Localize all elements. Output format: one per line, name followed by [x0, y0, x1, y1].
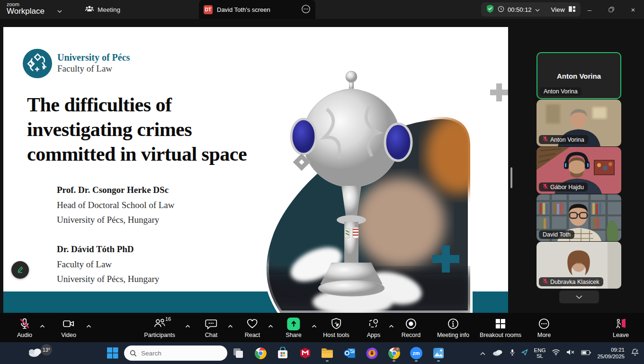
participant-tile[interactable]: Dubravka Klasicek	[537, 242, 621, 289]
running-indicator	[415, 360, 418, 362]
video-options-chevron[interactable]	[86, 321, 91, 330]
avast-browser-icon[interactable]	[365, 345, 379, 361]
volume-muted-icon[interactable]	[566, 349, 575, 357]
chrome-profile-icon[interactable]	[387, 345, 401, 361]
slide-title-line: The difficulties of	[27, 92, 247, 117]
meeting-status-pill: 00:50:12 View	[481, 2, 581, 17]
clock-icon	[498, 6, 504, 14]
author-name: Prof. Dr. Csongor Herke DSc	[57, 182, 175, 198]
chevron-down-icon[interactable]	[57, 7, 63, 15]
language-line2: SL	[534, 353, 546, 359]
notification-bell-dnd-icon[interactable]	[631, 348, 639, 358]
clock-date: 25/09/2025	[597, 353, 625, 360]
pencil-icon	[16, 265, 25, 275]
participants-options-chevron[interactable]	[185, 321, 190, 330]
onedrive-icon[interactable]	[492, 348, 503, 358]
mcafee-icon[interactable]	[298, 345, 312, 361]
tab-options-ellipsis-icon[interactable]	[301, 4, 311, 15]
react-label: React	[245, 332, 260, 338]
tab-meeting[interactable]: Meeting	[80, 0, 125, 19]
timer-chevron-down-icon[interactable]	[535, 6, 540, 13]
participants-count-badge: 16	[165, 316, 171, 322]
author-name: Dr. Dávid Tóth PhD	[57, 242, 159, 257]
zoom-app-icon[interactable]: zm	[409, 345, 423, 361]
task-view-icon[interactable]	[231, 345, 245, 361]
windows-taskbar: 13°	[0, 342, 644, 364]
share-button[interactable]: Share	[286, 317, 301, 338]
university-logo	[23, 49, 52, 78]
chat-options-chevron[interactable]	[228, 321, 233, 330]
participant-name-chip: David Toth	[539, 230, 574, 239]
faculty-name: Faculty of Law	[57, 63, 130, 74]
tray-overflow-chevron[interactable]	[480, 349, 486, 357]
chrome-icon[interactable]	[253, 345, 268, 361]
slide-title-line: committed in virtual space	[27, 142, 247, 166]
audio-button[interactable]: Audio	[17, 317, 32, 338]
apps-icon	[367, 317, 380, 330]
file-explorer-icon[interactable]	[320, 345, 334, 361]
participant-name-chip: Anton Vorina	[540, 87, 581, 96]
photos-app-icon[interactable]	[431, 345, 446, 361]
taskbar-search[interactable]	[124, 346, 227, 361]
chat-button[interactable]: Chat	[205, 317, 217, 338]
breakout-rooms-grid-icon	[495, 317, 506, 330]
view-layout-icon[interactable]	[568, 6, 576, 14]
react-button[interactable]: React	[245, 317, 260, 338]
battery-charging-icon[interactable]	[581, 349, 591, 357]
system-tray: ENG SL 09:21 25/09/2025	[480, 342, 644, 364]
participants-group-icon	[85, 5, 94, 14]
muted-mic-icon	[543, 278, 548, 285]
restore-button[interactable]	[600, 0, 622, 19]
author-affiliation: University of Pécs, Hungary	[57, 212, 175, 228]
outlook-icon[interactable]	[342, 345, 357, 361]
university-logo-text: University of Pécs Faculty of Law	[57, 52, 130, 74]
participants-button[interactable]: 16 Participants	[144, 317, 175, 338]
share-options-chevron[interactable]	[312, 321, 317, 330]
audio-options-chevron[interactable]	[40, 321, 45, 330]
search-input[interactable]	[141, 350, 212, 357]
participant-name-label: Anton Vorina	[550, 136, 584, 143]
location-in-use-icon[interactable]	[521, 349, 528, 357]
apps-button[interactable]: Apps	[367, 317, 381, 338]
host-tools-button[interactable]: Host tools	[323, 317, 349, 338]
participant-name-label: Dubravka Klasicek	[550, 279, 599, 285]
running-indicator	[437, 360, 440, 362]
microsoft-store-icon[interactable]	[276, 345, 290, 361]
video-button[interactable]: Video	[61, 317, 76, 338]
panel-resize-handle[interactable]	[510, 167, 512, 188]
taskbar-weather-widget[interactable]: 13°	[27, 345, 54, 361]
title-bar: zoom Workplace Meeting DT David Toth's s…	[0, 0, 644, 19]
participant-tile[interactable]: Gábor Hajdu	[537, 147, 621, 194]
participant-tile[interactable]: David Toth	[537, 194, 621, 241]
minimize-button[interactable]: –	[579, 0, 600, 19]
meeting-timer[interactable]: 00:50:12	[508, 6, 532, 13]
language-indicator[interactable]: ENG SL	[534, 347, 546, 359]
view-button-label[interactable]: View	[551, 6, 565, 13]
start-button[interactable]	[107, 347, 118, 361]
muted-mic-icon	[543, 183, 548, 191]
mic-in-use-icon[interactable]	[510, 349, 515, 358]
close-button[interactable]: ×	[622, 0, 644, 19]
meeting-info-button[interactable]: Meeting info	[437, 317, 469, 338]
apps-options-chevron[interactable]	[389, 321, 394, 330]
filmstrip-next-page-button[interactable]	[559, 291, 599, 303]
breakout-rooms-label: Breakout rooms	[480, 332, 521, 338]
more-button[interactable]: More	[537, 317, 551, 338]
video-label: Video	[61, 332, 76, 338]
participant-tile-active[interactable]: Anton Vorina Anton Vorina	[537, 52, 621, 99]
tab-shared-screen[interactable]: DT David Toth's screen	[199, 0, 315, 19]
running-indicator	[326, 360, 329, 362]
zoom-workplace-logo[interactable]: zoom Workplace	[7, 1, 45, 16]
breakout-rooms-button[interactable]: Breakout rooms	[480, 317, 521, 338]
participant-tile[interactable]: Anton Vorina	[537, 100, 621, 146]
leave-button[interactable]: Leave	[613, 317, 629, 338]
record-icon	[405, 317, 417, 330]
security-shield-icon[interactable]	[486, 4, 494, 15]
participant-name-large: Anton Vorina	[537, 72, 620, 80]
record-button[interactable]: Record	[402, 317, 420, 338]
camera-icon	[62, 317, 75, 330]
annotate-pencil-button[interactable]	[11, 261, 29, 279]
react-options-chevron[interactable]	[268, 321, 273, 330]
taskbar-clock[interactable]: 09:21 25/09/2025	[597, 346, 625, 360]
wifi-icon[interactable]	[552, 349, 560, 357]
